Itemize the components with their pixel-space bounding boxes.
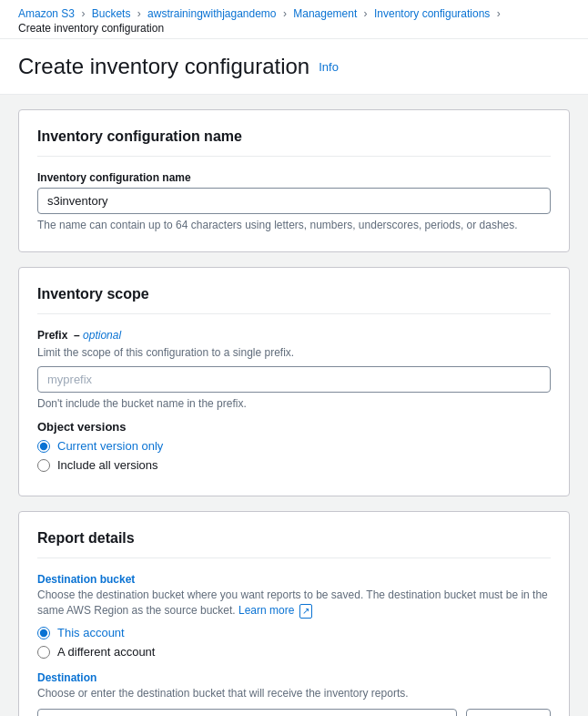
current-version-radio[interactable] [37,440,50,453]
destination-bucket-hint: Choose the destination bucket where you … [37,588,551,619]
all-versions-label: Include all versions [57,458,158,472]
prefix-input[interactable] [37,366,551,393]
inventory-name-section: Inventory configuration name Inventory c… [18,109,570,252]
breadcrumb: Amazon S3 › Buckets › awstrainingwithjag… [0,0,588,39]
current-version-label: Current version only [57,439,163,453]
object-versions-label: Object versions [37,420,551,434]
breadcrumb-current: Create inventory configuration [18,22,570,35]
prefix-warning: Don't include the bucket name in the pre… [37,396,551,412]
different-account-radio[interactable] [37,646,50,659]
page-title: Create inventory configuration Info [18,54,570,79]
current-version-option[interactable]: Current version only [37,439,551,453]
breadcrumb-sep-3: › [283,7,287,20]
page-content: Inventory configuration name Inventory c… [0,95,588,716]
prefix-label: Prefix – optional [37,329,551,342]
destination-learn-more-link[interactable]: Learn more [238,604,294,617]
breadcrumb-sep-1: › [81,7,85,20]
object-versions-group: Object versions Current version only Inc… [37,420,551,472]
inventory-name-title: Inventory configuration name [37,128,551,157]
destination-input-row: Browse S3 [37,709,551,716]
destination-input-area: Destination Choose or enter the destinat… [37,671,551,716]
breadcrumb-s3[interactable]: Amazon S3 [18,7,75,20]
report-details-section: Report details Destination bucket Choose… [18,511,570,716]
prefix-optional-text: optional [83,329,121,342]
info-link[interactable]: Info [319,60,339,74]
all-versions-radio[interactable] [37,459,50,472]
prefix-field: Prefix – optional Limit the scope of thi… [37,329,551,412]
all-versions-option[interactable]: Include all versions [37,458,551,472]
breadcrumb-buckets[interactable]: Buckets [92,7,131,20]
breadcrumb-sep-4: › [364,7,368,20]
page-header: Create inventory configuration Info [0,39,588,95]
different-account-label: A different account [57,645,155,659]
external-link-icon: ↗ [299,604,312,619]
this-account-option[interactable]: This account [37,626,551,639]
inventory-name-field: Inventory configuration name The name ca… [37,171,551,233]
breadcrumb-demo[interactable]: awstrainingwithjagandemo [147,7,276,20]
breadcrumb-sep-5: › [497,7,501,20]
inventory-name-hint: The name can contain up to 64 characters… [37,218,551,233]
breadcrumb-inventory[interactable]: Inventory configurations [374,7,490,20]
prefix-scope-hint: Limit the scope of this configuration to… [37,345,551,361]
breadcrumb-management[interactable]: Management [293,7,357,20]
this-account-radio[interactable] [37,627,50,639]
destination-input-label: Destination [37,671,551,684]
browse-s3-button[interactable]: Browse S3 [466,709,551,716]
inventory-scope-section: Inventory scope Prefix – optional Limit … [18,267,570,497]
destination-input[interactable] [37,709,457,716]
breadcrumb-sep-2: › [137,7,141,20]
inventory-name-input[interactable] [37,188,551,214]
destination-bucket-label: Destination bucket [37,573,551,586]
destination-input-hint: Choose or enter the destination bucket t… [37,686,551,701]
different-account-option[interactable]: A different account [37,645,551,659]
inventory-scope-title: Inventory scope [37,286,551,314]
destination-bucket-area: Destination bucket Choose the destinatio… [37,573,551,659]
report-details-title: Report details [37,530,551,558]
this-account-label: This account [57,626,125,639]
inventory-name-label: Inventory configuration name [37,171,551,184]
